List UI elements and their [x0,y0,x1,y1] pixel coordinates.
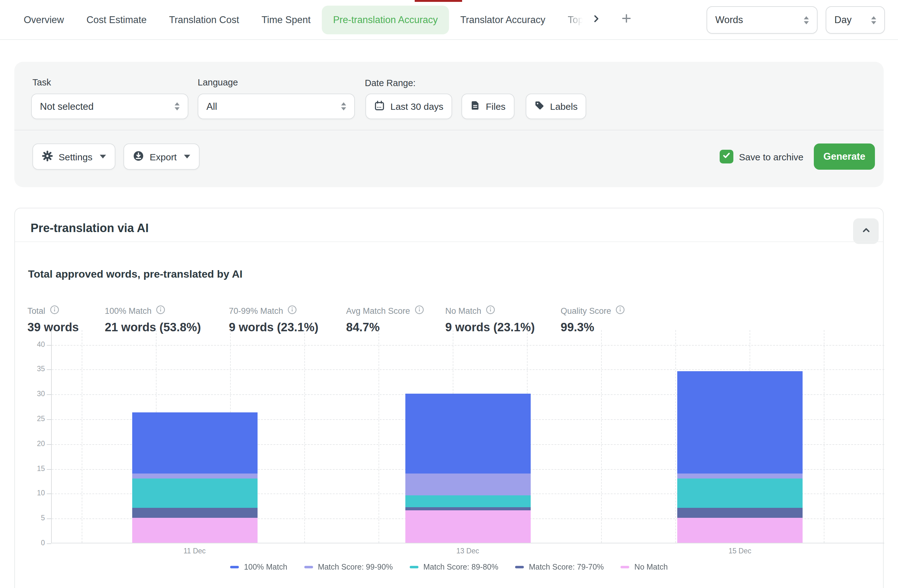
bar-segment[interactable] [405,496,530,507]
stat-label: Avg Match Score [346,306,410,316]
info-icon[interactable] [288,305,297,316]
stat-70-99-match: 70-99% Match 9 words (23.1%) [229,305,318,334]
task-dropdown[interactable]: Not selected [31,94,188,119]
stat-avg-match-score: Avg Match Score 84.7% [346,305,424,334]
bar-segment[interactable] [132,508,257,518]
files-filter-label: Files [486,101,506,112]
legend-marker-icon [621,566,629,568]
x-axis-line [51,543,884,543]
y-axis-tick-mark [47,444,51,445]
tab-translator-accuracy[interactable]: Translator Accuracy [449,6,557,33]
card-title: Pre-translation via AI [31,222,149,235]
tab-overview[interactable]: Overview [12,6,75,33]
bar-segment[interactable] [405,394,530,473]
select-arrows-icon [871,16,876,24]
legend-marker-icon [304,566,313,568]
legend-item[interactable]: Match Score: 89-80% [410,563,498,571]
unit-select-value: Words [715,14,743,26]
bar-segment[interactable] [677,371,803,473]
bar-segment[interactable] [132,478,257,508]
date-range-label: Date Range: [365,78,416,88]
save-to-archive-label[interactable]: Save to archive [739,152,804,162]
task-dropdown-value: Not selected [40,101,94,112]
collapse-card-button[interactable] [853,219,879,244]
export-button-label: Export [150,151,177,162]
legend-item[interactable]: Match Score: 79-70% [515,563,604,571]
y-axis-tick-label: 15 [21,465,45,472]
labels-filter-button[interactable]: Labels [526,94,586,119]
bar-segment[interactable] [405,511,530,543]
info-icon[interactable] [49,305,59,316]
stat-label: Quality Score [561,306,611,316]
period-select[interactable]: Day [826,6,885,34]
export-button[interactable]: Export [123,143,200,170]
tab-translation-cost[interactable]: Translation Cost [158,6,251,33]
y-axis-tick-label: 25 [21,415,45,422]
add-report-tab-button[interactable] [616,9,637,30]
generate-button[interactable]: Generate [814,143,875,170]
bar-segment[interactable] [677,518,803,543]
caret-down-icon [100,155,106,159]
bar-segment[interactable] [405,473,530,496]
y-axis-tick-mark [47,394,51,395]
legend-label: Match Score: 79-70% [529,563,604,571]
bar-segment[interactable] [677,478,803,508]
file-icon [470,100,480,112]
tab-cost-estimate[interactable]: Cost Estimate [75,6,158,33]
stat-label: 70-99% Match [229,306,283,316]
files-filter-button[interactable]: Files [461,94,514,119]
info-icon[interactable] [486,305,495,316]
stat-value: 9 words (23.1%) [229,321,318,334]
bar-segment[interactable] [132,518,257,543]
bar-segment[interactable] [132,412,257,473]
info-icon[interactable] [156,305,165,316]
gear-icon [42,150,53,163]
date-range-button[interactable]: Last 30 days [366,94,452,119]
date-range-value: Last 30 days [391,101,443,112]
legend-item[interactable]: No Match [621,563,668,571]
settings-button[interactable]: Settings [32,143,115,170]
legend-item[interactable]: 100% Match [230,563,287,571]
filter-panel-divider [14,130,884,130]
y-axis-line [51,330,52,543]
stacked-bar-chart: 051015202530354011 Dec13 Dec15 Dec [51,337,884,543]
stat-value: 39 words [28,321,79,334]
x-gridline [81,330,82,543]
info-icon[interactable] [414,305,424,316]
stat-label: No Match [445,306,481,316]
bar-segment[interactable] [677,508,803,518]
download-icon [133,150,144,163]
language-dropdown[interactable]: All [198,94,355,119]
x-axis-label: 15 Dec [729,547,752,555]
unit-select[interactable]: Words [707,6,818,34]
legend-label: 100% Match [244,563,287,571]
y-axis-tick-label: 40 [21,340,45,348]
calendar-icon [374,100,385,112]
tab-pre-translation-accuracy[interactable]: Pre-translation Accuracy [322,5,449,34]
bar-segment[interactable] [132,473,257,478]
stat-value: 84.7% [346,321,424,334]
stat-label: Total [28,306,45,316]
labels-filter-label: Labels [550,101,577,112]
legend-label: Match Score: 99-90% [318,563,392,571]
tab-top-members[interactable]: Top [557,6,586,33]
stat-value: 21 words (53.8%) [105,321,201,334]
y-axis-tick-label: 30 [21,390,45,397]
legend-item[interactable]: Match Score: 99-90% [304,563,392,571]
task-label: Task [32,77,51,87]
y-axis-tick-label: 20 [21,440,45,447]
bar-segment[interactable] [677,473,803,478]
x-gridline [378,330,379,543]
tabs-overflow-button[interactable] [586,9,607,30]
tab-time-spent[interactable]: Time Spent [251,6,322,33]
save-to-archive-checkbox[interactable] [720,150,733,163]
caret-down-icon [184,155,191,159]
y-axis-tick-mark [47,519,51,519]
bar-segment[interactable] [405,507,530,510]
info-icon[interactable] [615,305,625,316]
filter-panel: Task Language Date Range: Not selected A… [14,62,884,187]
tag-icon [534,100,544,112]
select-arrows-icon [341,102,346,111]
stat-value: 9 words (23.1%) [445,321,535,334]
legend-label: Match Score: 89-80% [423,563,498,571]
